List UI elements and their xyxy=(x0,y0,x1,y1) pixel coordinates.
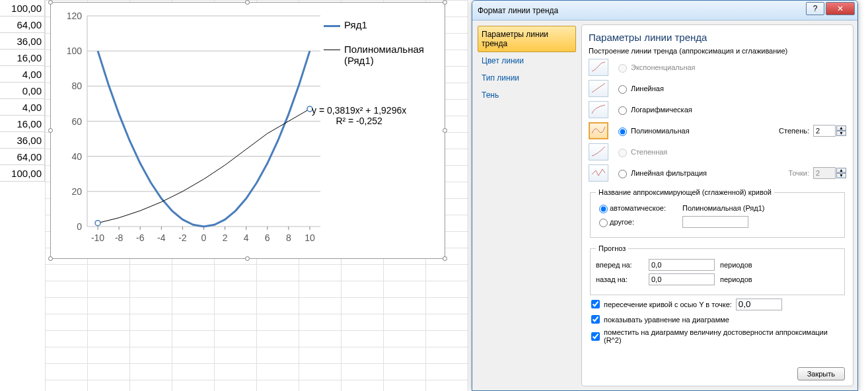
pow-label: Степенная xyxy=(631,148,667,156)
chart-legend[interactable]: Ряд1 Полиномиальная (Ряд1) xyxy=(324,19,437,79)
fwd-label: вперед на: xyxy=(596,261,649,269)
cell[interactable]: 4,00 xyxy=(0,66,45,83)
show-r2-label[interactable]: поместить на диаграмму величину достовер… xyxy=(604,328,846,344)
pow-icon xyxy=(589,143,608,160)
points-input xyxy=(813,167,836,179)
spin-down-icon[interactable]: ▼ xyxy=(836,131,846,136)
poly-radio[interactable] xyxy=(618,127,627,136)
spin-up-icon[interactable]: ▲ xyxy=(836,125,846,131)
dialog-titlebar[interactable]: Формат линии тренда ? ✕ xyxy=(472,1,857,20)
ma-label[interactable]: Линейная фильтрация xyxy=(631,169,707,177)
fwd-input[interactable] xyxy=(649,259,715,271)
name-other-radio[interactable] xyxy=(599,219,608,227)
name-auto-radio[interactable] xyxy=(599,205,608,213)
poly-icon xyxy=(589,122,608,139)
exp-label: Экспоненциальная xyxy=(631,63,696,71)
close-button[interactable]: ✕ xyxy=(826,2,855,15)
cell[interactable]: 4,00 xyxy=(0,99,45,116)
degree-spinner[interactable]: ▲▼ xyxy=(813,125,846,137)
forecast-fieldset: Прогноз вперед на: периодов назад на: пе… xyxy=(590,244,845,295)
lin-icon xyxy=(589,80,608,97)
cell[interactable]: 16,00 xyxy=(0,50,45,66)
svg-text:10: 10 xyxy=(305,232,315,243)
degree-input[interactable] xyxy=(813,125,836,137)
svg-text:60: 60 xyxy=(71,116,82,127)
chart-object[interactable]: 020406080100120-10-8-6-4-20246810 Ряд1 П… xyxy=(50,2,445,259)
svg-point-37 xyxy=(95,221,100,226)
show-r2-check[interactable] xyxy=(591,332,600,341)
exp-radio xyxy=(618,64,627,73)
cell[interactable]: 16,00 xyxy=(0,116,45,132)
cell[interactable]: 100,00 xyxy=(0,0,45,17)
forecast-legend: Прогноз xyxy=(596,244,628,252)
show-eq-check[interactable] xyxy=(591,315,600,324)
lin-radio[interactable] xyxy=(618,85,627,94)
intercept-check[interactable] xyxy=(591,300,600,308)
points-label: Точки: xyxy=(789,169,809,177)
intercept-input[interactable] xyxy=(736,299,782,310)
cell[interactable]: 100,00 xyxy=(0,165,45,182)
ma-icon xyxy=(589,164,608,182)
dialog-title: Формат линии тренда xyxy=(478,6,558,15)
pow-radio xyxy=(618,149,627,157)
nav-line-color[interactable]: Цвет линии xyxy=(478,52,576,69)
spin-down-icon: ▼ xyxy=(836,173,846,178)
periods-label: периодов xyxy=(720,261,752,269)
cell[interactable]: 0,00 xyxy=(0,83,45,99)
nav-trend-params[interactable]: Параметры линии тренда xyxy=(478,26,576,52)
bwd-input[interactable] xyxy=(649,273,715,285)
cell[interactable]: 36,00 xyxy=(0,132,45,149)
panel-heading: Параметры линии тренда xyxy=(589,32,846,43)
cell[interactable]: 64,00 xyxy=(0,149,45,165)
name-other-label[interactable]: другое: xyxy=(610,218,682,226)
nav-shadow[interactable]: Тень xyxy=(478,87,576,104)
column-values: 100,00 64,00 36,00 16,00 4,00 0,00 4,00 … xyxy=(0,0,45,182)
name-legend: Название аппроксимирующей (сглаженной) к… xyxy=(596,188,774,196)
svg-text:-10: -10 xyxy=(91,232,104,243)
dialog-nav: Параметры линии тренда Цвет линии Тип ли… xyxy=(472,20,581,390)
spin-up-icon: ▲ xyxy=(836,168,846,173)
worksheet: 100,00 64,00 36,00 16,00 4,00 0,00 4,00 … xyxy=(0,0,868,391)
svg-text:4: 4 xyxy=(244,232,249,243)
ma-radio[interactable] xyxy=(618,170,627,178)
name-auto-value: Полиномиальная (Ряд1) xyxy=(682,204,765,212)
svg-text:2: 2 xyxy=(223,232,228,243)
svg-text:-4: -4 xyxy=(157,232,166,243)
svg-text:-8: -8 xyxy=(115,232,124,243)
log-icon xyxy=(589,101,608,118)
svg-text:100: 100 xyxy=(67,46,83,56)
svg-text:20: 20 xyxy=(71,186,82,197)
points-spinner: ▲▼ xyxy=(813,167,846,179)
log-label[interactable]: Логарифмическая xyxy=(631,106,692,114)
equation-label[interactable]: y = 0,3819x² + 1,9296x R² = -0,252 xyxy=(312,105,406,126)
svg-text:120: 120 xyxy=(67,11,83,21)
help-button[interactable]: ? xyxy=(806,2,824,15)
show-eq-label[interactable]: показывать уравнение на диаграмме xyxy=(604,316,729,324)
nav-line-type[interactable]: Тип линии xyxy=(478,69,576,87)
dialog-panel: Параметры линии тренда Построение линии … xyxy=(581,24,853,386)
name-auto-label[interactable]: автоматическое: xyxy=(610,204,682,212)
svg-text:-2: -2 xyxy=(178,232,187,243)
svg-text:0: 0 xyxy=(77,221,82,232)
periods-label: периодов xyxy=(720,275,752,283)
degree-label: Степень: xyxy=(779,127,809,135)
trendline-format-dialog: Формат линии тренда ? ✕ Параметры линии … xyxy=(472,0,858,391)
exp-icon xyxy=(589,59,608,76)
legend-series: Ряд1 xyxy=(344,19,367,30)
cell[interactable]: 36,00 xyxy=(0,33,45,50)
close-dialog-button[interactable]: Закрыть xyxy=(797,367,845,380)
log-radio[interactable] xyxy=(618,106,627,115)
build-label: Построение линии тренда (аппроксимация и… xyxy=(589,47,846,55)
cell[interactable]: 64,00 xyxy=(0,17,45,33)
legend-trend: Полиномиальная (Ряд1) xyxy=(344,44,437,66)
svg-text:80: 80 xyxy=(71,81,82,91)
name-fieldset: Название аппроксимирующей (сглаженной) к… xyxy=(590,188,845,238)
svg-text:-6: -6 xyxy=(136,232,145,243)
intercept-label[interactable]: пересечение кривой с осью Y в точке: xyxy=(604,301,732,308)
name-other-input[interactable] xyxy=(682,216,748,228)
poly-label[interactable]: Полиномиальная xyxy=(631,127,690,135)
svg-text:8: 8 xyxy=(286,232,291,243)
bwd-label: назад на: xyxy=(596,275,649,283)
lin-label[interactable]: Линейная xyxy=(631,85,664,92)
svg-text:6: 6 xyxy=(265,232,270,243)
